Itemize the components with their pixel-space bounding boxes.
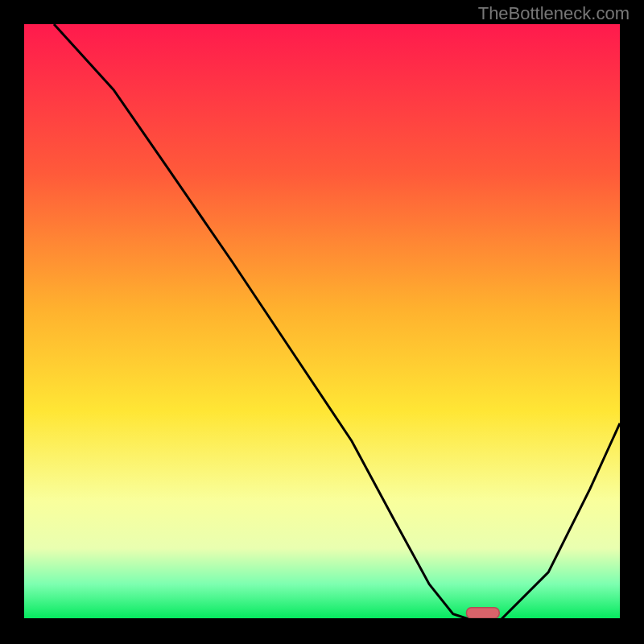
watermark-label: TheBottleneck.com [478, 3, 630, 24]
plot-area [24, 24, 620, 620]
optimal-marker [467, 608, 500, 618]
bottleneck-curve [54, 24, 620, 620]
chart-svg [24, 24, 620, 620]
chart-frame: TheBottleneck.com [0, 0, 644, 644]
